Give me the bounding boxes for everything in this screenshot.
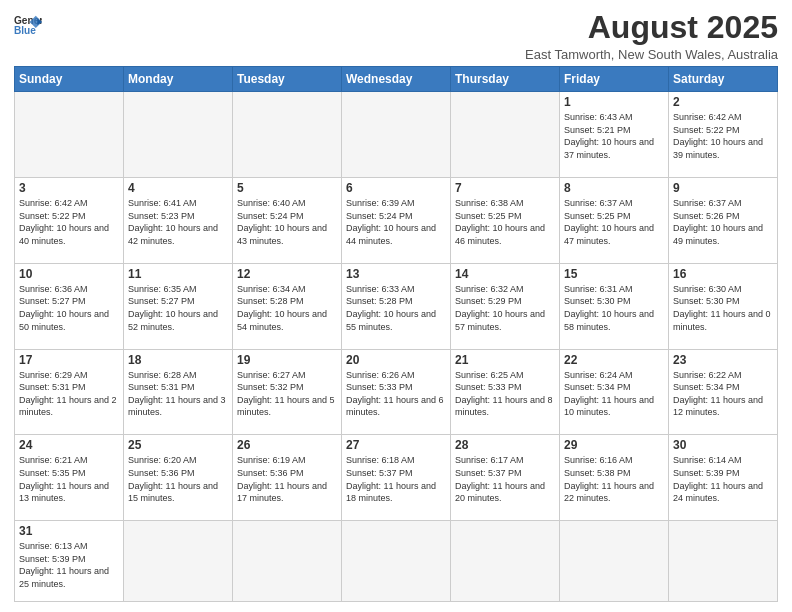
- calendar-day-cell: [342, 521, 451, 602]
- day-info: Sunrise: 6:18 AM Sunset: 5:37 PM Dayligh…: [346, 454, 446, 504]
- day-info: Sunrise: 6:38 AM Sunset: 5:25 PM Dayligh…: [455, 197, 555, 247]
- day-number: 30: [673, 438, 773, 452]
- calendar-header-row: SundayMondayTuesdayWednesdayThursdayFrid…: [15, 67, 778, 92]
- day-number: 4: [128, 181, 228, 195]
- day-number: 11: [128, 267, 228, 281]
- day-number: 19: [237, 353, 337, 367]
- logo: General Blue: [14, 14, 42, 36]
- day-number: 14: [455, 267, 555, 281]
- day-number: 15: [564, 267, 664, 281]
- calendar-day-cell: 13Sunrise: 6:33 AM Sunset: 5:28 PM Dayli…: [342, 263, 451, 349]
- calendar-day-cell: 12Sunrise: 6:34 AM Sunset: 5:28 PM Dayli…: [233, 263, 342, 349]
- calendar-week-row: 17Sunrise: 6:29 AM Sunset: 5:31 PM Dayli…: [15, 349, 778, 435]
- calendar-day-cell: [233, 521, 342, 602]
- day-info: Sunrise: 6:30 AM Sunset: 5:30 PM Dayligh…: [673, 283, 773, 333]
- svg-text:Blue: Blue: [14, 25, 36, 36]
- day-info: Sunrise: 6:32 AM Sunset: 5:29 PM Dayligh…: [455, 283, 555, 333]
- day-number: 21: [455, 353, 555, 367]
- calendar-day-cell: 14Sunrise: 6:32 AM Sunset: 5:29 PM Dayli…: [451, 263, 560, 349]
- calendar-day-cell: [451, 521, 560, 602]
- calendar-day-cell: [124, 92, 233, 178]
- day-info: Sunrise: 6:42 AM Sunset: 5:22 PM Dayligh…: [19, 197, 119, 247]
- calendar-day-cell: 22Sunrise: 6:24 AM Sunset: 5:34 PM Dayli…: [560, 349, 669, 435]
- day-number: 29: [564, 438, 664, 452]
- calendar-day-cell: 5Sunrise: 6:40 AM Sunset: 5:24 PM Daylig…: [233, 178, 342, 264]
- calendar-day-cell: 18Sunrise: 6:28 AM Sunset: 5:31 PM Dayli…: [124, 349, 233, 435]
- calendar-day-cell: 2Sunrise: 6:42 AM Sunset: 5:22 PM Daylig…: [669, 92, 778, 178]
- day-number: 22: [564, 353, 664, 367]
- day-number: 31: [19, 524, 119, 538]
- day-info: Sunrise: 6:33 AM Sunset: 5:28 PM Dayligh…: [346, 283, 446, 333]
- day-number: 2: [673, 95, 773, 109]
- location: East Tamworth, New South Wales, Australi…: [525, 47, 778, 62]
- day-number: 16: [673, 267, 773, 281]
- calendar-day-cell: 4Sunrise: 6:41 AM Sunset: 5:23 PM Daylig…: [124, 178, 233, 264]
- calendar-day-cell: [233, 92, 342, 178]
- day-info: Sunrise: 6:31 AM Sunset: 5:30 PM Dayligh…: [564, 283, 664, 333]
- day-number: 18: [128, 353, 228, 367]
- day-info: Sunrise: 6:24 AM Sunset: 5:34 PM Dayligh…: [564, 369, 664, 419]
- day-info: Sunrise: 6:19 AM Sunset: 5:36 PM Dayligh…: [237, 454, 337, 504]
- calendar-weekday-header: Sunday: [15, 67, 124, 92]
- day-info: Sunrise: 6:22 AM Sunset: 5:34 PM Dayligh…: [673, 369, 773, 419]
- calendar-day-cell: 8Sunrise: 6:37 AM Sunset: 5:25 PM Daylig…: [560, 178, 669, 264]
- calendar-day-cell: [451, 92, 560, 178]
- day-info: Sunrise: 6:42 AM Sunset: 5:22 PM Dayligh…: [673, 111, 773, 161]
- calendar-day-cell: 6Sunrise: 6:39 AM Sunset: 5:24 PM Daylig…: [342, 178, 451, 264]
- calendar-day-cell: 20Sunrise: 6:26 AM Sunset: 5:33 PM Dayli…: [342, 349, 451, 435]
- calendar-day-cell: 17Sunrise: 6:29 AM Sunset: 5:31 PM Dayli…: [15, 349, 124, 435]
- day-number: 8: [564, 181, 664, 195]
- day-number: 7: [455, 181, 555, 195]
- day-number: 10: [19, 267, 119, 281]
- day-info: Sunrise: 6:27 AM Sunset: 5:32 PM Dayligh…: [237, 369, 337, 419]
- calendar-day-cell: 15Sunrise: 6:31 AM Sunset: 5:30 PM Dayli…: [560, 263, 669, 349]
- calendar-day-cell: 1Sunrise: 6:43 AM Sunset: 5:21 PM Daylig…: [560, 92, 669, 178]
- day-number: 6: [346, 181, 446, 195]
- day-info: Sunrise: 6:16 AM Sunset: 5:38 PM Dayligh…: [564, 454, 664, 504]
- calendar-day-cell: 29Sunrise: 6:16 AM Sunset: 5:38 PM Dayli…: [560, 435, 669, 521]
- calendar-day-cell: 7Sunrise: 6:38 AM Sunset: 5:25 PM Daylig…: [451, 178, 560, 264]
- calendar-day-cell: 30Sunrise: 6:14 AM Sunset: 5:39 PM Dayli…: [669, 435, 778, 521]
- calendar-weekday-header: Tuesday: [233, 67, 342, 92]
- day-info: Sunrise: 6:17 AM Sunset: 5:37 PM Dayligh…: [455, 454, 555, 504]
- calendar-week-row: 3Sunrise: 6:42 AM Sunset: 5:22 PM Daylig…: [15, 178, 778, 264]
- day-number: 13: [346, 267, 446, 281]
- day-number: 27: [346, 438, 446, 452]
- calendar-weekday-header: Saturday: [669, 67, 778, 92]
- calendar-week-row: 24Sunrise: 6:21 AM Sunset: 5:35 PM Dayli…: [15, 435, 778, 521]
- calendar-weekday-header: Thursday: [451, 67, 560, 92]
- page: General Blue August 2025 East Tamworth, …: [0, 0, 792, 612]
- day-info: Sunrise: 6:13 AM Sunset: 5:39 PM Dayligh…: [19, 540, 119, 590]
- calendar-week-row: 10Sunrise: 6:36 AM Sunset: 5:27 PM Dayli…: [15, 263, 778, 349]
- day-info: Sunrise: 6:28 AM Sunset: 5:31 PM Dayligh…: [128, 369, 228, 419]
- day-info: Sunrise: 6:43 AM Sunset: 5:21 PM Dayligh…: [564, 111, 664, 161]
- calendar-day-cell: 26Sunrise: 6:19 AM Sunset: 5:36 PM Dayli…: [233, 435, 342, 521]
- day-info: Sunrise: 6:35 AM Sunset: 5:27 PM Dayligh…: [128, 283, 228, 333]
- calendar-day-cell: [15, 92, 124, 178]
- calendar-day-cell: 23Sunrise: 6:22 AM Sunset: 5:34 PM Dayli…: [669, 349, 778, 435]
- day-number: 5: [237, 181, 337, 195]
- day-number: 1: [564, 95, 664, 109]
- day-number: 17: [19, 353, 119, 367]
- calendar-day-cell: 24Sunrise: 6:21 AM Sunset: 5:35 PM Dayli…: [15, 435, 124, 521]
- calendar-day-cell: 9Sunrise: 6:37 AM Sunset: 5:26 PM Daylig…: [669, 178, 778, 264]
- calendar-day-cell: [669, 521, 778, 602]
- calendar-day-cell: 31Sunrise: 6:13 AM Sunset: 5:39 PM Dayli…: [15, 521, 124, 602]
- calendar-day-cell: 10Sunrise: 6:36 AM Sunset: 5:27 PM Dayli…: [15, 263, 124, 349]
- day-info: Sunrise: 6:37 AM Sunset: 5:25 PM Dayligh…: [564, 197, 664, 247]
- calendar-weekday-header: Wednesday: [342, 67, 451, 92]
- calendar-day-cell: 16Sunrise: 6:30 AM Sunset: 5:30 PM Dayli…: [669, 263, 778, 349]
- day-info: Sunrise: 6:26 AM Sunset: 5:33 PM Dayligh…: [346, 369, 446, 419]
- day-info: Sunrise: 6:14 AM Sunset: 5:39 PM Dayligh…: [673, 454, 773, 504]
- generalblue-logo-icon: General Blue: [14, 14, 42, 36]
- day-info: Sunrise: 6:21 AM Sunset: 5:35 PM Dayligh…: [19, 454, 119, 504]
- day-info: Sunrise: 6:40 AM Sunset: 5:24 PM Dayligh…: [237, 197, 337, 247]
- day-info: Sunrise: 6:29 AM Sunset: 5:31 PM Dayligh…: [19, 369, 119, 419]
- calendar-weekday-header: Friday: [560, 67, 669, 92]
- day-number: 9: [673, 181, 773, 195]
- calendar-week-row: 31Sunrise: 6:13 AM Sunset: 5:39 PM Dayli…: [15, 521, 778, 602]
- calendar-week-row: 1Sunrise: 6:43 AM Sunset: 5:21 PM Daylig…: [15, 92, 778, 178]
- title-area: August 2025 East Tamworth, New South Wal…: [525, 10, 778, 62]
- calendar-day-cell: 19Sunrise: 6:27 AM Sunset: 5:32 PM Dayli…: [233, 349, 342, 435]
- calendar-day-cell: [124, 521, 233, 602]
